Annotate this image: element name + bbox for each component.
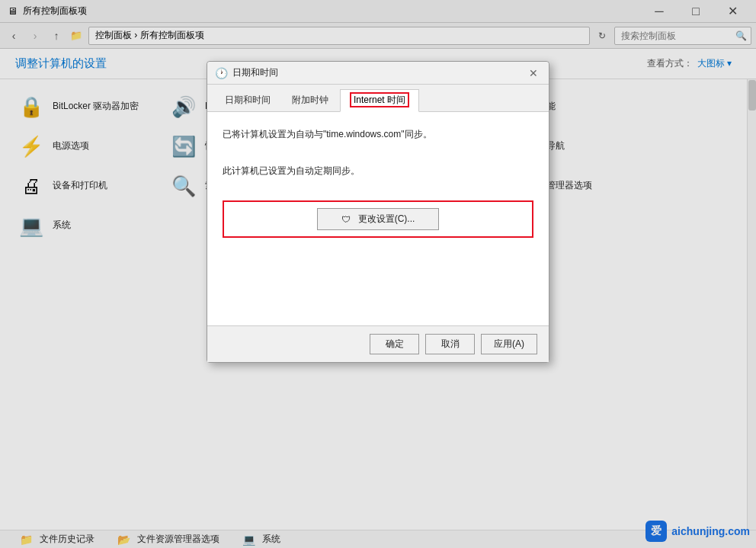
ok-button[interactable]: 确定 [370, 334, 419, 354]
dialog-body: 已将计算机设置为自动与"time.windows.com"同步。 此计算机已设置… [207, 112, 549, 325]
dialog-title-bar: 🕐 日期和时间 ✕ [207, 62, 549, 85]
cancel-button[interactable]: 取消 [425, 334, 475, 354]
apply-button[interactable]: 应用(A) [481, 334, 537, 354]
shield-icon: 🛡 [341, 214, 351, 225]
dialog-description: 已将计算机设置为自动与"time.windows.com"同步。 [223, 127, 533, 142]
dialog-footer: 确定 取消 应用(A) [207, 325, 549, 362]
dialog-sync-status: 此计算机已设置为自动定期同步。 [223, 165, 533, 178]
dialog-close-button[interactable]: ✕ [526, 66, 541, 81]
dialog-datetime: 🕐 日期和时间 ✕ 日期和时间 附加时钟 Internet 时间 已将计算机设置… [207, 61, 549, 363]
tab-addtimezone[interactable]: 附加时钟 [282, 89, 338, 111]
dialog-title-text: 日期和时间 [232, 66, 526, 79]
dialog-title-icon: 🕐 [215, 67, 228, 79]
change-settings-button[interactable]: 🛡 更改设置(C)... [317, 208, 439, 230]
dialog-overlay: 🕐 日期和时间 ✕ 日期和时间 附加时钟 Internet 时间 已将计算机设置… [0, 0, 756, 548]
dialog-tabs: 日期和时间 附加时钟 Internet 时间 [207, 85, 549, 112]
tab-internet-highlight: Internet 时间 [350, 92, 409, 107]
tab-internet-time[interactable]: Internet 时间 [340, 89, 419, 112]
tab-datetime[interactable]: 日期和时间 [215, 89, 280, 111]
dialog-action-area: 🛡 更改设置(C)... [223, 200, 533, 238]
